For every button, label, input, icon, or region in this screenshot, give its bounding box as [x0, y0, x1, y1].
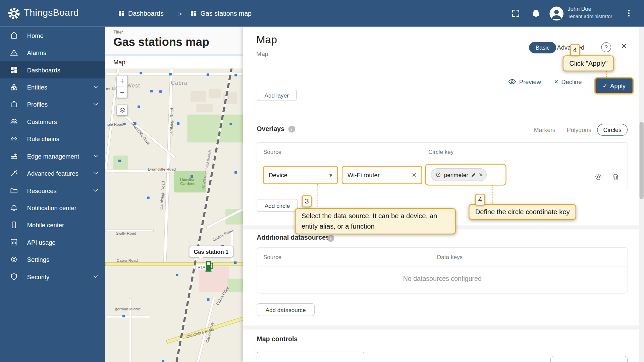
tutorial-step4-badge: 4: [475, 194, 485, 206]
map-vertex-handle: [169, 73, 171, 75]
map-vertex-handle: [207, 73, 209, 76]
avatar[interactable]: [549, 7, 564, 21]
street-label: Carnlough Road: [169, 108, 174, 136]
sidebar-item-settings[interactable]: Settings: [0, 251, 105, 268]
marker-tooltip[interactable]: Gas station 1: [189, 246, 233, 257]
map-controls-toggle-partial[interactable]: [550, 356, 628, 362]
clear-icon[interactable]: ×: [412, 171, 417, 180]
street-label: Quarry Road: [212, 228, 233, 242]
notification-icon: [10, 203, 18, 212]
scrollbar-thumb[interactable]: [640, 122, 644, 199]
overlays-table: Source Circle key Device ▾ Wi-Fi router …: [257, 142, 628, 189]
folder-icon: [10, 186, 18, 194]
map-layers-button[interactable]: [117, 105, 128, 116]
sidebar-item-mobile-center[interactable]: Mobile center: [0, 216, 105, 233]
map-main-road: [105, 262, 243, 266]
sidebar-item-alarms[interactable]: Alarms: [0, 44, 105, 61]
notifications-bell-icon[interactable]: [531, 8, 541, 18]
edit-pencil-icon[interactable]: [471, 172, 476, 177]
sidebar-item-security[interactable]: Security: [0, 268, 105, 285]
map-vertex-handle: [122, 315, 125, 317]
street-label: Swilly Road: [116, 231, 136, 235]
circle-key-field[interactable]: perimeter ×: [425, 164, 506, 186]
sidebar-item-notification-center[interactable]: Notification center: [0, 199, 105, 216]
thingsboard-logo-icon: [7, 6, 21, 21]
close-icon[interactable]: ×: [621, 40, 627, 52]
sidebar-item-profiles[interactable]: Profiles: [0, 96, 105, 113]
customers-icon: [10, 117, 18, 125]
kebab-menu-icon[interactable]: [624, 9, 633, 18]
map-building: [191, 91, 206, 102]
sidebar-item-rule-chains[interactable]: Rule chains: [0, 130, 105, 147]
preview-button[interactable]: Preview: [508, 77, 541, 85]
tutorial-step4-tooltip: Define the circle coordinate key: [469, 204, 576, 220]
apply-button[interactable]: ✓ Apply: [596, 78, 633, 93]
gas-station-marker-icon[interactable]: [205, 260, 214, 272]
source-type-select[interactable]: Device ▾: [263, 166, 338, 184]
tutorial-apply-badge: 4: [570, 44, 580, 56]
overlays-mode-circles[interactable]: Circles: [597, 124, 628, 136]
user-role: Tenant administrator: [568, 13, 612, 19]
map-vertex-handle: [162, 360, 164, 362]
sidebar-item-dashboards[interactable]: Dashboards: [0, 61, 105, 78]
sidebar-nav: Home Alarms Dashboards Entities Profiles…: [0, 27, 105, 362]
sidebar-item-home[interactable]: Home: [0, 27, 105, 44]
sidebar-item-advanced-features[interactable]: Advanced features: [0, 165, 105, 182]
thingsboard-app: ThingsBoard Dashboards > Gas stations ma…: [0, 0, 644, 362]
map-widget-title: Map: [113, 59, 125, 66]
datakey-chip[interactable]: perimeter ×: [431, 168, 487, 181]
sidebar-item-resources[interactable]: Resources: [0, 182, 105, 199]
column-header-source: Source: [263, 254, 281, 260]
fullscreen-icon[interactable]: [511, 9, 520, 18]
check-icon: ✓: [602, 82, 607, 89]
sidebar-item-api-usage[interactable]: API usage: [0, 234, 105, 251]
map-vertex-handle: [234, 261, 236, 264]
overlays-mode-markers[interactable]: Markers: [534, 127, 555, 133]
info-icon[interactable]: i: [288, 126, 296, 133]
map-controls-field-partial[interactable]: [257, 352, 364, 362]
sidebar-item-customers[interactable]: Customers: [0, 113, 105, 130]
dashboard-edit-panel: Title* Gas stations map Map: [105, 27, 243, 362]
map-park-area: [187, 115, 243, 142]
add-layer-button[interactable]: Add layer: [257, 90, 297, 101]
add-circle-button[interactable]: Add circle: [257, 199, 298, 212]
panel-scrollbar[interactable]: [639, 27, 644, 362]
map-vertex-handle: [147, 197, 149, 199]
tutorial-connector: [492, 185, 493, 204]
district-label: West: [126, 82, 140, 88]
map-canvas[interactable]: West Cabra mnaus Road igle Road Drumclif…: [105, 68, 243, 362]
breadcrumb-parent[interactable]: Dashboards: [128, 10, 164, 17]
x-icon: ×: [554, 77, 558, 86]
layers-icon: [119, 107, 125, 114]
sidebar-item-entities[interactable]: Entities: [0, 78, 105, 96]
chevron-down-icon: ▾: [329, 172, 332, 178]
tab-basic[interactable]: Basic: [529, 42, 556, 53]
decline-button[interactable]: × Decline: [554, 77, 582, 86]
zoom-in-button[interactable]: +: [117, 75, 127, 86]
brand-title: ThingsBoard: [24, 7, 79, 18]
chevron-down-icon: [92, 187, 99, 194]
map-vertex-handle: [159, 90, 162, 93]
dashboard-title-field[interactable]: Title* Gas stations map: [105, 27, 243, 56]
datasources-table: Source Data keys No datasources configur…: [257, 247, 628, 293]
help-icon[interactable]: ?: [601, 42, 611, 52]
row-settings-gear-icon[interactable]: [594, 172, 603, 181]
source-entity-field[interactable]: Wi-Fi router ×: [342, 166, 422, 184]
delete-trash-icon[interactable]: [611, 172, 620, 181]
street-label: Drumcliffe Road: [148, 167, 176, 171]
info-icon[interactable]: i: [327, 235, 334, 242]
add-datasource-button[interactable]: Add datasource: [257, 303, 315, 316]
map-vertex-handle: [207, 298, 209, 301]
map-vertex-handle: [140, 72, 142, 74]
widget-settings-panel: Add layer Overlays i Markers Polygons Ci…: [243, 27, 639, 362]
chevron-down-icon: [92, 152, 99, 160]
map-vertex-handle: [229, 123, 232, 125]
sidebar-item-edge-management[interactable]: Edge management: [0, 147, 105, 165]
remove-key-icon[interactable]: ×: [479, 171, 483, 178]
zoom-out-button[interactable]: −: [117, 86, 127, 98]
overlays-mode-polygons[interactable]: Polygons: [567, 127, 591, 133]
map-road: [105, 316, 150, 318]
map-vertex-handle: [234, 74, 237, 76]
chevron-down-icon: [92, 101, 99, 108]
column-header-data-keys: Data keys: [437, 254, 463, 260]
